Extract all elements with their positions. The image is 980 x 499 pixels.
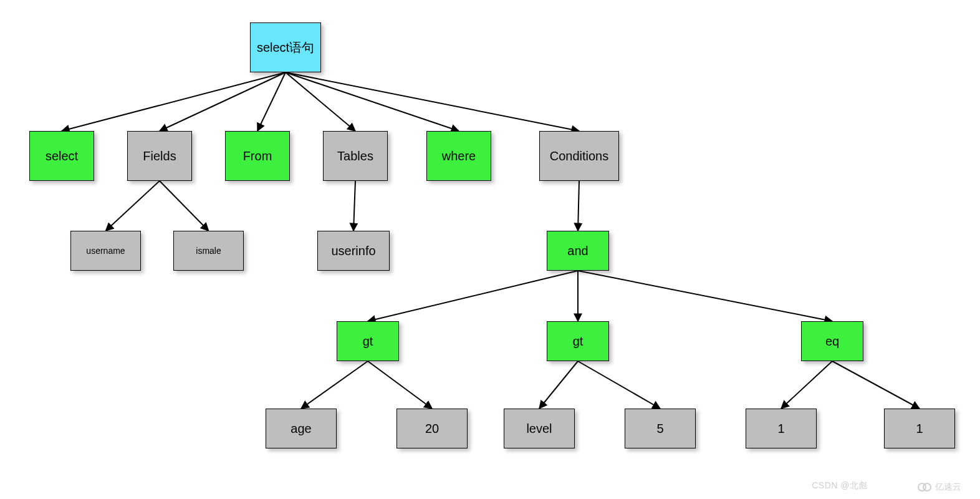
- node-username-label: username: [86, 246, 125, 256]
- node-v20: 20: [396, 409, 468, 448]
- node-root-label: select语句: [257, 39, 314, 56]
- watermark-yisu-text: 亿速云: [935, 482, 961, 493]
- edge-fields-ismale: [160, 181, 209, 231]
- node-tables: Tables: [323, 131, 388, 181]
- node-level: level: [504, 409, 575, 448]
- node-level-label: level: [526, 422, 552, 436]
- edge-and-gt1: [368, 271, 578, 321]
- edge-eq-v1a: [781, 361, 832, 409]
- node-v5-label: 5: [656, 422, 663, 436]
- node-age-label: age: [291, 422, 311, 436]
- node-userinfo-label: userinfo: [331, 244, 375, 258]
- node-select: select: [29, 131, 94, 181]
- node-where-label: where: [442, 149, 476, 163]
- edge-root-where: [286, 72, 459, 131]
- edge-root-select: [62, 72, 286, 131]
- edge-root-conditions: [286, 72, 579, 131]
- node-conditions-label: Conditions: [550, 149, 609, 163]
- node-from-label: From: [243, 149, 272, 163]
- node-gt1: gt: [337, 321, 399, 361]
- node-conditions: Conditions: [539, 131, 619, 181]
- node-v20-label: 20: [425, 422, 439, 436]
- node-v1a: 1: [746, 409, 817, 448]
- node-fields-label: Fields: [143, 149, 176, 163]
- edge-gt1-v20: [368, 361, 432, 409]
- watermark-csdn: CSDN @北彪: [812, 480, 868, 492]
- edge-gt2-level: [539, 361, 578, 409]
- edge-root-fields: [160, 72, 286, 131]
- node-where: where: [426, 131, 491, 181]
- node-tables-label: Tables: [337, 149, 373, 163]
- node-and: and: [547, 231, 609, 271]
- edge-tables-userinfo: [353, 181, 355, 231]
- node-root: select语句: [250, 22, 321, 72]
- node-eq-label: eq: [825, 334, 839, 349]
- node-username: username: [70, 231, 141, 271]
- node-gt2-label: gt: [573, 334, 584, 349]
- edge-gt2-v5: [578, 361, 660, 409]
- edge-and-eq: [578, 271, 832, 321]
- edge-root-tables: [286, 72, 355, 131]
- node-ismale: ismale: [173, 231, 244, 271]
- node-ismale-label: ismale: [196, 246, 221, 256]
- edge-fields-username: [106, 181, 160, 231]
- edge-layer: [0, 0, 980, 499]
- edge-eq-v1b: [832, 361, 920, 409]
- edge-conditions-and: [578, 181, 579, 231]
- node-fields: Fields: [127, 131, 192, 181]
- node-v1b-label: 1: [916, 422, 923, 436]
- node-v1a-label: 1: [777, 422, 784, 436]
- node-from: From: [225, 131, 290, 181]
- node-eq: eq: [801, 321, 863, 361]
- infinity-icon: [918, 483, 931, 492]
- node-v5: 5: [625, 409, 696, 448]
- node-and-label: and: [567, 244, 588, 258]
- node-select-label: select: [46, 149, 78, 163]
- node-userinfo: userinfo: [317, 231, 390, 271]
- node-v1b: 1: [884, 409, 955, 448]
- watermark-yisu: 亿速云: [918, 482, 961, 493]
- node-gt2: gt: [547, 321, 609, 361]
- node-gt1-label: gt: [363, 334, 373, 349]
- edge-root-from: [257, 72, 286, 131]
- edge-gt1-age: [301, 361, 368, 409]
- node-age: age: [266, 409, 337, 448]
